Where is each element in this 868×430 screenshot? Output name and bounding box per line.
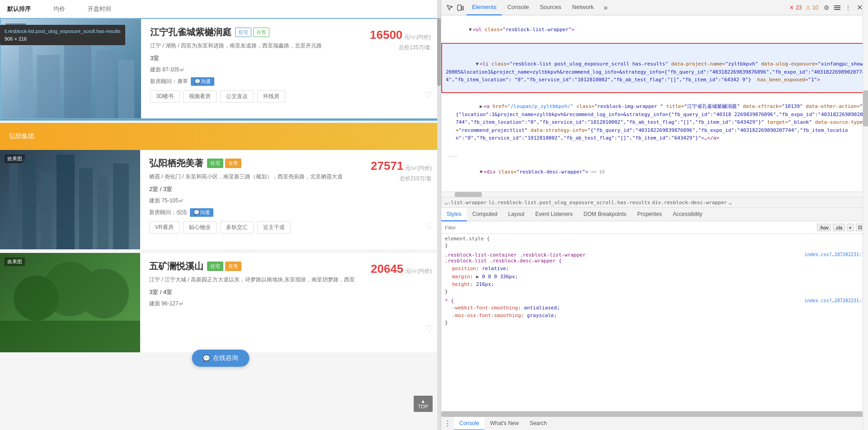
devtools-scrollbar[interactable] [863,0,868,430]
html-line-1[interactable]: ▼<ul class="resblock-list-wrapper"> [441,17,868,42]
chat-btn-1[interactable]: 💬 沟通 [191,77,214,86]
style-prop-height: height: 216px; [445,280,864,289]
expand-arrow-1[interactable]: ▼ [469,27,472,33]
tab-console[interactable]: Console [502,0,534,15]
bottom-tab-console[interactable]: Console [454,417,485,430]
warning-count[interactable]: ⚠ 10 [806,5,818,11]
html-line-4[interactable]: ▼<div class="resblock-desc-wrapper"> == … [441,159,868,184]
left-scrollbar[interactable] [437,0,441,430]
action-btn-ring-1[interactable]: 环线房 [257,90,285,103]
svg-rect-16 [458,5,461,10]
tab-network[interactable]: Network [567,0,599,15]
html-scrollbar-thumb[interactable] [455,192,482,197]
svg-rect-20 [834,9,840,10]
breadcrumb-bar: …-list-wrapper li.resblock-list.post_ulo… [441,197,868,208]
html-line-5[interactable]: <div class="resblock-name">…</div> [441,184,868,192]
styles-scrollbar-thumb[interactable] [441,411,868,417]
orange-banner: 弘阳集团 [0,123,441,150]
filter-cls-button[interactable]: .cls [833,224,845,231]
property-card-3[interactable]: 效果图 五矿澜悦溪山 住宅 在售 江宁 / 江宁大城 / 高新园正方大道以东，诗… [0,253,441,352]
style-prop-moz: -moz-osx-font-smoothing: grayscale; [445,312,864,320]
element-tooltip: li.resblock-list.post_ulog_exposure_scro… [0,25,125,45]
sort-date[interactable]: 开盘时间 [88,5,111,13]
filter-buttons: :hov .cls + ⊡ [817,224,864,231]
breadcrumb-item-1[interactable]: …-list-wrapper [445,200,487,206]
action-buttons-2: VR看房 贴心物业 多轨交汇 近主干道 [149,221,432,234]
styles-horizontal-scrollbar[interactable] [441,411,868,416]
sort-default[interactable]: 默认排序 [7,5,31,13]
devtools-scrollbar-thumb[interactable] [863,90,868,126]
devtools-panel: Elements Console Sources Network » ✕ 23 … [441,0,868,430]
filter-add-button[interactable]: + [847,224,854,231]
consultant-row-2: 新房顾问：倪浩 💬 沟通 [149,208,432,217]
html-line-dots[interactable]: ... [441,151,868,160]
top-button[interactable]: ▲ TOP [414,396,433,412]
resblock-rule-selector: .resblock-list-container .resblock-list-… [445,252,864,258]
action-btn-video-1[interactable]: 视频看房 [183,90,217,103]
action-btn-prop-2[interactable]: 贴心物业 [183,221,217,234]
html-line-2[interactable]: ▼<li class="resblock-list post_ulog_expo… [442,44,867,93]
property-name-1[interactable]: 江宁孔雀城紫樾润庭 [150,26,231,38]
action-btn-vr-2[interactable]: VR看房 [149,221,179,234]
customize-icon[interactable] [833,3,842,12]
styles-filter-row: :hov .cls + ⊡ [441,221,868,234]
tab-sources[interactable]: Sources [534,0,567,15]
expand-arrow-4[interactable]: ▼ [480,169,483,175]
bottom-tab-search[interactable]: Search [524,417,552,430]
expand-arrow-2[interactable]: ▼ [476,61,479,67]
sort-price[interactable]: 均价 [53,5,65,13]
action-btn-road-2[interactable]: 近主干道 [257,221,291,234]
breadcrumb-item-ellipsis[interactable]: … [729,200,732,206]
filter-hov-button[interactable]: :hov [817,224,831,231]
more-tabs-button[interactable]: » [601,0,610,15]
breadcrumb-item-3[interactable]: div.resblock-desc-wrapper [652,200,727,206]
action-btn-rail-2[interactable]: 多轨交汇 [220,221,254,234]
device-icon[interactable] [456,3,465,12]
settings-icon[interactable]: ⚙ [822,3,831,12]
error-count[interactable]: ✕ 23 [789,5,802,11]
property-image-3[interactable]: 效果图 [0,253,140,352]
property-price-2: 27571 元/㎡(均价) 总价210万/套 [371,159,432,182]
property-name-3[interactable]: 五矿澜悦溪山 [149,260,203,272]
property-image-2[interactable]: 效果图 [0,150,140,249]
bottom-tab-whats-new[interactable]: What's New [485,417,524,430]
devtools-toolbar: Elements Console Sources Network » ✕ 23 … [441,0,868,15]
property-name-2[interactable]: 弘阳栖尧美著 [149,157,203,169]
action-btn-bus-1[interactable]: 公交直达 [220,90,254,103]
tab-elements[interactable]: Elements [467,0,502,15]
breadcrumb-item-2[interactable]: li.resblock-list.post_ulog_exposure_scro… [489,200,651,206]
price-value-3: 20645 元/㎡(均价) [371,262,432,276]
style-tab-accessibility[interactable]: Accessibility [667,208,708,221]
left-scrollbar-thumb[interactable] [437,18,441,86]
element-style-close: } [445,243,864,248]
sort-header: 默认排序 均价 开盘时间 [0,0,441,18]
property-location-3: 江宁 / 江宁大城 / 高新园正方大道以东，诗梦路以南地块,东至现状，南至玥梦路… [149,276,432,284]
styles-filter-input[interactable] [445,225,813,230]
resblock-rule-link[interactable]: index.css?…107202231:1 [805,252,864,257]
html-content[interactable]: ▼<ul class="resblock-list-wrapper"> ▼<li… [441,15,868,192]
star-rule-link[interactable]: index.css?…107202231:1 [805,298,864,303]
float-chat-button[interactable]: 💬 在线咨询 [192,350,249,367]
more-options-icon[interactable]: ⋮ [844,3,853,12]
html-horizontal-scrollbar[interactable] [441,192,868,197]
html-line-3[interactable]: ▶<a href="/loupan/p_zyltbkpvh/" class="r… [441,94,868,150]
inspect-icon[interactable] [445,3,454,12]
property-card-2[interactable]: 效果图 弘阳栖尧美著 住宅 在售 栖霞 / 尧化门 / 东至和苑小区， [0,150,441,249]
style-tab-computed[interactable]: Computed [467,208,503,221]
highlighted-li-block: ▼<li class="resblock-list post_ulog_expo… [441,43,868,93]
chat-btn-2[interactable]: 💬 沟通 [190,208,213,217]
style-tab-styles[interactable]: Styles [441,208,467,221]
style-tab-properties[interactable]: Properties [632,208,668,221]
style-tab-layout[interactable]: Layout [503,208,530,221]
expand-arrow-3[interactable]: ▶ [480,103,483,109]
action-btn-3d-1[interactable]: 3D楼书 [150,90,179,103]
style-tab-event-listeners[interactable]: Event Listeners [530,208,578,221]
style-tab-dom-breakpoints[interactable]: DOM Breakpoints [578,208,632,221]
svg-rect-6 [23,159,36,249]
favorite-icon-1[interactable]: ♡ [425,89,433,100]
bottom-dots-icon[interactable]: ⋮ [441,419,454,428]
favorite-icon-3[interactable]: ♡ [425,323,434,334]
svg-point-13 [14,276,59,321]
favorite-icon-2[interactable]: ♡ [425,220,434,231]
action-buttons-1: 3D楼书 视频看房 公交直达 环线房 [150,90,431,103]
